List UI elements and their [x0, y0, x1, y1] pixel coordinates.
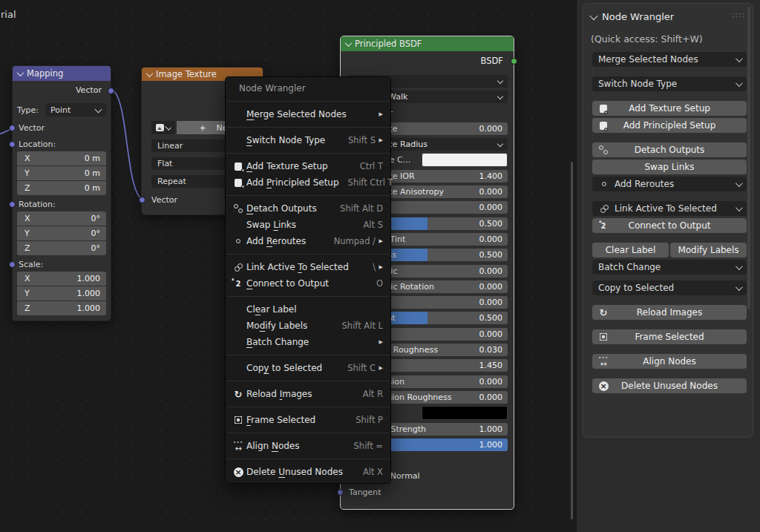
sidebar-widget[interactable]: Add Reroutes: [592, 177, 747, 191]
sidebar-widget[interactable]: Detach Outputs: [592, 142, 747, 157]
mapping-row[interactable]: Vector: [17, 120, 106, 135]
sidebar-scrollbar[interactable]: [747, 7, 750, 309]
menu-item[interactable]: Detach Outputs Detach Outputs Shift Alt …: [226, 200, 390, 217]
split-right-button[interactable]: Modify Labels: [670, 243, 747, 257]
menu-item[interactable]: Node Wrangler Node Wrangler: [226, 80, 390, 96]
value-field[interactable]: Z 1.000: [17, 301, 106, 315]
vector-output-socket[interactable]: [108, 88, 114, 94]
sidebar-widget[interactable]: [592, 67, 747, 74]
menu-item[interactable]: Merge Selected Nodes Merge Selected Node…: [226, 106, 390, 122]
menu-item[interactable]: Copy to Selected Copy to Selected Shift …: [226, 360, 390, 376]
bsdf-output-socket[interactable]: [511, 58, 517, 65]
menu-item[interactable]: [226, 249, 390, 259]
sidebar-widget[interactable]: Link Active To Selected: [592, 201, 747, 216]
sidebar-widget[interactable]: [592, 369, 747, 376]
principled-node-header[interactable]: Principled BSDF: [341, 36, 514, 51]
value-field[interactable]: X 0°: [17, 211, 106, 226]
input-widget[interactable]: Emission: [422, 406, 508, 420]
mapping-row[interactable]: Rotation:: [17, 197, 106, 211]
principled-input-row[interactable]: Tangent Tangent: [347, 486, 508, 499]
menu-item[interactable]: Link Active To Selected Link Active To S…: [226, 259, 390, 275]
node-editor-canvas[interactable]: rial Mapping Vector Type:: [0, 0, 576, 532]
value-field[interactable]: Z 0°: [17, 241, 106, 255]
sidebar-widget[interactable]: Align Nodes: [592, 354, 747, 369]
mapping-row[interactable]: Scale:: [17, 257, 106, 272]
sidebar-widget[interactable]: Connect to Output: [592, 218, 747, 233]
menu-item[interactable]: [226, 292, 390, 301]
collapse-chevron-icon[interactable]: [589, 11, 597, 19]
menu-item[interactable]: Connect to Output Connect to Output O: [226, 275, 390, 292]
menu-item[interactable]: [226, 122, 390, 132]
menu-item[interactable]: Frame Selected Frame Selected Shift P: [226, 412, 390, 428]
sidebar-widget[interactable]: Copy to Selected: [592, 280, 747, 295]
menu-item[interactable]: Swap Links Swap Links Alt S: [226, 217, 390, 233]
collapse-chevron-icon[interactable]: [146, 70, 154, 77]
mapping-row[interactable]: 0 m X 0 m: [17, 151, 106, 165]
split-left-button[interactable]: Clear Label: [592, 243, 669, 257]
input-socket[interactable]: [337, 489, 344, 496]
menu-item[interactable]: [226, 402, 390, 412]
panel-grip-icon[interactable]: [732, 15, 745, 19]
input-socket[interactable]: [9, 141, 16, 148]
sidebar-widget[interactable]: Delete Unused Nodes: [592, 378, 747, 393]
editor-scrollbar[interactable]: [571, 162, 573, 519]
sidebar-widget[interactable]: Reload Images: [592, 305, 747, 320]
collapse-chevron-icon[interactable]: [17, 69, 24, 76]
menu-item[interactable]: [226, 191, 390, 200]
mapping-row[interactable]: 0 m Y 0 m: [17, 166, 106, 180]
sidebar-widget[interactable]: Switch Node Type: [592, 76, 747, 91]
input-socket[interactable]: [9, 261, 16, 268]
menu-item[interactable]: Add Texture Setup Add Texture Setup Ctrl…: [226, 158, 390, 174]
value-field[interactable]: X 1.000: [17, 272, 106, 286]
sidebar-widget[interactable]: [592, 275, 747, 278]
sidebar-widget[interactable]: [592, 320, 747, 327]
menu-item[interactable]: Batch Change Batch Change: [226, 334, 390, 350]
mapping-row[interactable]: Type: Point Point: [17, 103, 106, 116]
menu-item[interactable]: [226, 428, 390, 438]
mapping-row[interactable]: 0° Z 0°: [17, 241, 106, 255]
menu-item[interactable]: Align Nodes Align Nodes Shift =: [226, 438, 390, 454]
sidebar-widget[interactable]: Add Texture Setup: [592, 101, 747, 116]
sidebar-widget[interactable]: Clear Label Modify Labels: [592, 243, 747, 257]
value-field[interactable]: X 0 m: [17, 151, 106, 165]
menu-item[interactable]: Delete Unused Nodes Delete Unused Nodes …: [226, 464, 390, 480]
mapping-row[interactable]: 0° Y 0°: [17, 226, 106, 240]
mapping-row[interactable]: Location:: [17, 137, 106, 151]
input-socket[interactable]: [9, 125, 16, 131]
value-field[interactable]: Y 0 m: [17, 166, 106, 180]
collapse-chevron-icon[interactable]: [345, 39, 353, 47]
menu-item[interactable]: [226, 148, 390, 158]
mapping-row[interactable]: 1.000 Y 1.000: [17, 286, 106, 301]
mapping-row[interactable]: 0 m Z 0 m: [17, 181, 106, 195]
menu-item[interactable]: Modify Labels Modify Labels Shift Alt L: [226, 318, 390, 334]
menu-item[interactable]: Add Reroutes Add Reroutes Numpad /: [226, 233, 390, 249]
mapping-row[interactable]: 1.000 Z 1.000: [17, 301, 106, 315]
menu-item[interactable]: [226, 96, 390, 106]
vector-input-socket[interactable]: [139, 197, 145, 203]
value-field[interactable]: Y 1.000: [17, 286, 106, 301]
value-field[interactable]: Y 0°: [17, 226, 106, 240]
sidebar-widget[interactable]: [592, 344, 747, 352]
input-widget[interactable]: Subsurface C...: [422, 153, 508, 167]
sidebar-widget[interactable]: Swap Links: [592, 160, 747, 174]
menu-item[interactable]: [226, 350, 390, 360]
menu-item[interactable]: Reload Images Reload Images Alt R: [226, 386, 390, 402]
sidebar-widget[interactable]: Batch Change: [592, 260, 747, 275]
menu-item[interactable]: [226, 376, 390, 386]
sidebar-widget[interactable]: Merge Selected Nodes: [592, 52, 747, 67]
mapping-row[interactable]: 0° X 0°: [17, 211, 106, 226]
sidebar-widget[interactable]: Add Principled Setup: [592, 118, 747, 133]
sidebar-widget[interactable]: [592, 91, 747, 99]
menu-item[interactable]: [226, 454, 390, 464]
image-browse-dropdown[interactable]: [151, 121, 175, 134]
menu-item[interactable]: Add Principled Setup Add Principled Setu…: [226, 174, 390, 191]
sidebar-widget[interactable]: [592, 295, 747, 303]
input-socket[interactable]: [9, 201, 16, 208]
panel-header[interactable]: Node Wrangler: [583, 4, 753, 22]
menu-item[interactable]: Clear Label Clear Label: [226, 301, 390, 318]
mapping-node[interactable]: Mapping Vector Type: Point: [12, 65, 111, 321]
menu-item[interactable]: Switch Node Type Switch Node Type Shift …: [226, 132, 390, 148]
mapping-node-header[interactable]: Mapping: [13, 66, 111, 81]
mapping-row[interactable]: 1.000 X 1.000: [17, 272, 106, 286]
sidebar-widget[interactable]: [592, 133, 747, 140]
